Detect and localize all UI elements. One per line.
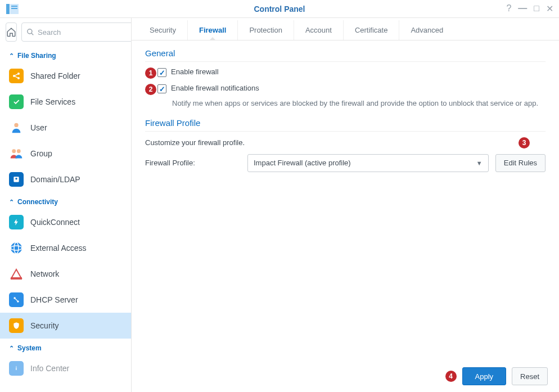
- sidebar-item-label: File Services: [30, 97, 75, 106]
- profile-selected-value: Impact Firewall (active profile): [254, 159, 351, 167]
- chevron-down-icon: ▼: [476, 160, 483, 166]
- domain-ldap-icon: [9, 172, 24, 187]
- svg-rect-0: [6, 4, 10, 14]
- close-icon[interactable]: ✕: [546, 3, 553, 14]
- sidebar-item-dhcp-server[interactable]: DHCP Server: [0, 287, 131, 313]
- customize-text: Customize your firewall profile.: [145, 138, 245, 147]
- chevron-up-icon: ⌃: [9, 199, 14, 206]
- enable-firewall-label: Enable firewall: [171, 67, 219, 76]
- svg-point-4: [28, 29, 32, 34]
- section-system[interactable]: ⌃ System: [0, 339, 131, 355]
- security-icon: [9, 318, 24, 333]
- network-icon: [9, 267, 24, 281]
- badge-4: 4: [445, 371, 457, 382]
- apply-button[interactable]: Apply: [462, 367, 507, 385]
- section-label: Connectivity: [17, 198, 58, 206]
- sidebar-item-label: Network: [30, 269, 59, 278]
- sidebar-item-domain-ldap[interactable]: Domain/LDAP: [0, 166, 131, 192]
- section-label: System: [17, 344, 42, 352]
- external-access-icon: [9, 241, 24, 255]
- window-title: Control Panel: [0, 4, 559, 13]
- quickconnect-icon: [9, 215, 24, 229]
- edit-rules-button[interactable]: Edit Rules: [495, 154, 546, 172]
- svg-text:i: i: [16, 366, 17, 371]
- sidebar-item-shared-folder[interactable]: Shared Folder: [0, 63, 131, 89]
- home-icon: [6, 27, 16, 37]
- svg-rect-3: [11, 8, 17, 9]
- sidebar-item-group[interactable]: Group: [0, 141, 131, 166]
- tab-protection[interactable]: Protection: [238, 20, 294, 40]
- sidebar-item-label: Info Center: [30, 364, 69, 373]
- help-icon[interactable]: ?: [506, 3, 511, 14]
- sidebar-item-label: External Access: [30, 244, 87, 253]
- badge-2: 2: [145, 84, 156, 95]
- app-icon: [6, 2, 19, 16]
- sidebar-item-file-services[interactable]: File Services: [0, 89, 131, 115]
- svg-point-13: [15, 178, 17, 180]
- sidebar-item-info-center[interactable]: i Info Center: [0, 355, 131, 381]
- search-input[interactable]: [38, 28, 132, 37]
- badge-3: 3: [519, 137, 530, 148]
- home-button[interactable]: [6, 22, 17, 42]
- chevron-up-icon: ⌃: [9, 52, 14, 60]
- shared-folder-icon: [9, 69, 24, 83]
- section-file-sharing[interactable]: ⌃ File Sharing: [0, 46, 131, 63]
- section-connectivity[interactable]: ⌃ Connectivity: [0, 192, 131, 209]
- tab-security[interactable]: Security: [138, 20, 188, 40]
- sidebar-item-label: QuickConnect: [30, 218, 80, 227]
- sidebar-item-label: User: [30, 123, 47, 132]
- checkbox-enable-notifications[interactable]: [157, 84, 166, 93]
- chevron-up-icon: ⌃: [9, 345, 14, 352]
- dhcp-icon: [9, 292, 24, 307]
- minimize-icon[interactable]: —: [518, 3, 527, 14]
- search-field[interactable]: [21, 22, 132, 42]
- badge-1: 1: [145, 67, 156, 79]
- svg-line-5: [31, 33, 34, 35]
- svg-point-11: [17, 149, 21, 153]
- sidebar-item-label: Security: [30, 321, 59, 330]
- general-title: General: [145, 48, 546, 62]
- group-icon: [9, 146, 24, 161]
- sidebar-item-network[interactable]: Network: [0, 261, 131, 287]
- file-services-icon: [9, 94, 24, 109]
- search-icon: [26, 28, 34, 36]
- sidebar-item-user[interactable]: User: [0, 115, 131, 141]
- sidebar-item-security[interactable]: Security: [0, 313, 131, 339]
- sidebar-item-quickconnect[interactable]: QuickConnect: [0, 209, 131, 235]
- svg-point-9: [14, 123, 18, 127]
- section-label: File Sharing: [17, 52, 56, 60]
- svg-point-10: [12, 149, 16, 153]
- notification-description: Notify me when apps or services are bloc…: [172, 98, 546, 109]
- reset-button[interactable]: Reset: [512, 367, 548, 385]
- maximize-icon[interactable]: □: [534, 3, 539, 14]
- tab-certificate[interactable]: Certificate: [344, 20, 400, 40]
- info-icon: i: [9, 361, 24, 376]
- profile-select[interactable]: Impact Firewall (active profile) ▼: [247, 154, 489, 172]
- tab-account[interactable]: Account: [294, 20, 344, 40]
- sidebar-item-external-access[interactable]: External Access: [0, 235, 131, 261]
- user-icon: [9, 120, 24, 135]
- tab-advanced[interactable]: Advanced: [399, 20, 454, 40]
- sidebar-item-label: Shared Folder: [30, 71, 80, 80]
- enable-notifications-label: Enable firewall notifications: [171, 84, 259, 92]
- profile-label: Firewall Profile:: [145, 159, 241, 167]
- profile-title: Firewall Profile: [145, 118, 546, 132]
- tab-firewall[interactable]: Firewall: [188, 20, 238, 40]
- checkbox-enable-firewall[interactable]: [157, 68, 166, 77]
- sidebar-item-label: Group: [30, 149, 52, 158]
- sidebar-item-label: DHCP Server: [30, 295, 78, 304]
- svg-rect-2: [11, 6, 17, 7]
- sidebar-item-label: Domain/LDAP: [30, 175, 80, 184]
- svg-rect-17: [11, 277, 22, 280]
- svg-point-14: [11, 242, 22, 254]
